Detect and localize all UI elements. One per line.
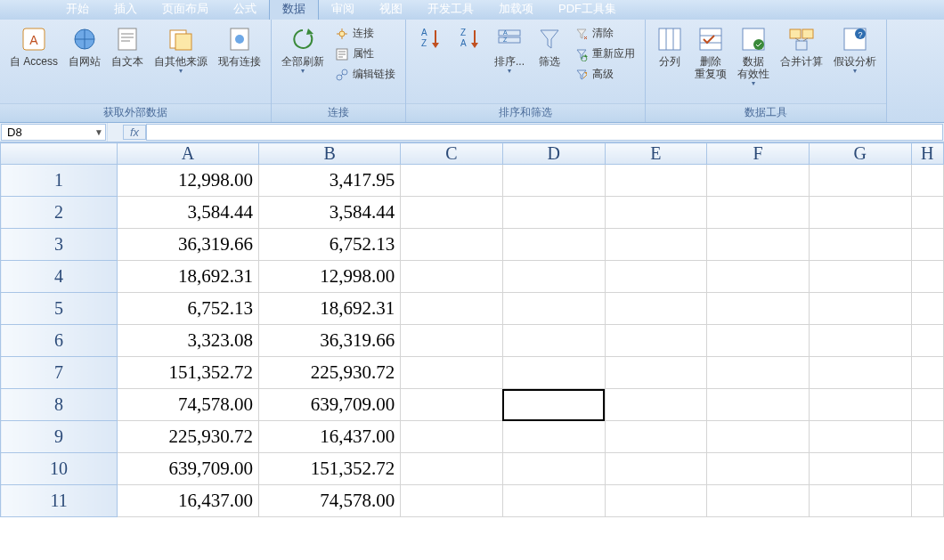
fx-button[interactable]: fx	[123, 125, 146, 140]
from-other-button[interactable]: 自其他来源▾	[150, 21, 212, 76]
cell-E4[interactable]	[605, 261, 707, 293]
row-header-1[interactable]: 1	[1, 165, 118, 197]
cell-F7[interactable]	[707, 357, 809, 389]
refresh-all-button[interactable]: 全部刷新▾	[277, 21, 329, 76]
cell-A3[interactable]: 36,319.66	[118, 229, 259, 261]
cell-E9[interactable]	[605, 421, 707, 453]
cell-G9[interactable]	[809, 421, 911, 453]
row-header-5[interactable]: 5	[1, 293, 118, 325]
tab-公式[interactable]: 公式	[221, 0, 269, 20]
cell-A7[interactable]: 151,352.72	[118, 357, 259, 389]
cell-E5[interactable]	[605, 293, 707, 325]
data-validation-button[interactable]: 数据 有效性▾	[733, 21, 774, 88]
tab-页面布局[interactable]: 页面布局	[150, 0, 221, 20]
cell-C3[interactable]	[401, 229, 503, 261]
row-header-7[interactable]: 7	[1, 357, 118, 389]
cell-H1[interactable]	[911, 165, 943, 197]
cell-F3[interactable]	[707, 229, 809, 261]
cell-F5[interactable]	[707, 293, 809, 325]
connections-button[interactable]: 连接	[330, 23, 400, 44]
cell-C5[interactable]	[401, 293, 503, 325]
sort-asc-button[interactable]: AZ	[411, 21, 449, 56]
cell-H11[interactable]	[911, 485, 943, 517]
column-header-B[interactable]: B	[259, 143, 401, 165]
cell-C10[interactable]	[401, 453, 503, 485]
cell-G3[interactable]	[809, 229, 911, 261]
cell-B8[interactable]: 639,709.00	[259, 389, 401, 421]
name-box[interactable]: D8 ▼	[1, 124, 106, 141]
tab-视图[interactable]: 视图	[367, 0, 415, 20]
cell-C7[interactable]	[401, 357, 503, 389]
whatif-button[interactable]: ?假设分析▾	[829, 21, 881, 76]
remove-duplicates-button[interactable]: 删除 重复项	[690, 21, 731, 81]
cell-A1[interactable]: 12,998.00	[118, 165, 259, 197]
cell-H8[interactable]	[911, 389, 943, 421]
cell-G7[interactable]	[809, 357, 911, 389]
cell-D4[interactable]	[502, 261, 605, 293]
tab-数据[interactable]: 数据	[269, 0, 319, 20]
cell-B6[interactable]: 36,319.66	[259, 325, 401, 357]
cell-H4[interactable]	[911, 261, 943, 293]
tab-PDF工具集[interactable]: PDF工具集	[546, 0, 629, 20]
cell-A2[interactable]: 3,584.44	[118, 197, 259, 229]
cell-B5[interactable]: 18,692.31	[259, 293, 401, 325]
sort-desc-button[interactable]: ZA	[451, 21, 488, 56]
cell-F11[interactable]	[707, 485, 809, 517]
cell-G8[interactable]	[809, 389, 911, 421]
cell-B11[interactable]: 74,578.00	[259, 485, 401, 517]
clear-filter-button[interactable]: 清除	[570, 23, 639, 44]
cell-F4[interactable]	[707, 261, 809, 293]
row-header-9[interactable]: 9	[1, 421, 118, 453]
cell-F6[interactable]	[707, 325, 809, 357]
cell-E1[interactable]	[605, 165, 707, 197]
tab-开始[interactable]: 开始	[53, 0, 102, 20]
text-to-columns-button[interactable]: 分列	[651, 21, 688, 69]
edit-links-button[interactable]: 编辑链接	[330, 64, 400, 85]
from-text-button[interactable]: 自文本	[107, 21, 148, 69]
cell-A9[interactable]: 225,930.72	[118, 421, 259, 453]
formula-input[interactable]	[146, 124, 943, 141]
advanced-filter-button[interactable]: 高级	[570, 64, 639, 85]
cell-H9[interactable]	[911, 421, 943, 453]
cell-C6[interactable]	[401, 325, 503, 357]
cell-A10[interactable]: 639,709.00	[118, 453, 259, 485]
cell-F8[interactable]	[707, 389, 809, 421]
cell-H10[interactable]	[911, 453, 943, 485]
cell-H2[interactable]	[911, 197, 943, 229]
row-header-11[interactable]: 11	[1, 485, 118, 517]
cell-D10[interactable]	[502, 453, 605, 485]
cell-C1[interactable]	[401, 165, 503, 197]
cell-E6[interactable]	[605, 325, 707, 357]
select-all-corner[interactable]	[1, 143, 118, 165]
row-header-4[interactable]: 4	[1, 261, 118, 293]
cell-G5[interactable]	[809, 293, 911, 325]
cell-E8[interactable]	[605, 389, 707, 421]
cell-C4[interactable]	[401, 261, 503, 293]
cell-C2[interactable]	[401, 197, 503, 229]
cell-E11[interactable]	[605, 485, 707, 517]
from-web-button[interactable]: 自网站	[64, 21, 105, 69]
existing-conn-button[interactable]: 现有连接	[214, 21, 265, 69]
cell-D6[interactable]	[502, 325, 605, 357]
column-header-H[interactable]: H	[911, 143, 943, 165]
consolidate-button[interactable]: 合并计算	[776, 21, 827, 69]
cell-B4[interactable]: 12,998.00	[259, 261, 401, 293]
cell-D1[interactable]	[502, 165, 605, 197]
cell-B3[interactable]: 6,752.13	[259, 229, 401, 261]
column-header-E[interactable]: E	[605, 143, 707, 165]
cell-F2[interactable]	[707, 197, 809, 229]
column-header-C[interactable]: C	[401, 143, 503, 165]
cell-H3[interactable]	[911, 229, 943, 261]
row-header-10[interactable]: 10	[1, 453, 118, 485]
cell-B1[interactable]: 3,417.95	[259, 165, 401, 197]
cell-B7[interactable]: 225,930.72	[259, 357, 401, 389]
cell-E3[interactable]	[605, 229, 707, 261]
cell-A4[interactable]: 18,692.31	[118, 261, 259, 293]
tab-插入[interactable]: 插入	[102, 0, 150, 20]
cell-H5[interactable]	[911, 293, 943, 325]
cell-C8[interactable]	[401, 389, 503, 421]
row-header-6[interactable]: 6	[1, 325, 118, 357]
worksheet[interactable]: ABCDEFGH 112,998.003,417.9523,584.443,58…	[0, 142, 944, 560]
cell-G1[interactable]	[809, 165, 911, 197]
row-header-3[interactable]: 3	[1, 229, 118, 261]
